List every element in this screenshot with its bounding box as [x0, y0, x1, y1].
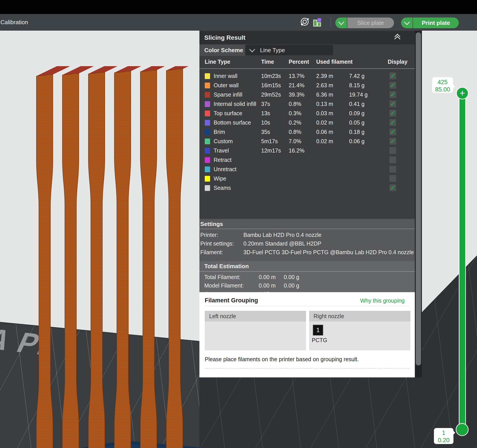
plates-layout-icon[interactable] [312, 17, 322, 27]
panel-scrollbar-thumb[interactable] [416, 32, 421, 365]
line-type-time: 12m17s [261, 147, 281, 154]
specimen-body [36, 74, 53, 448]
calibration-spiral-icon[interactable] [300, 17, 310, 27]
check-icon: ✓ [390, 82, 395, 88]
line-type-weight: 8.15 g [349, 82, 365, 88]
print-plate-button[interactable]: Print plate [413, 18, 459, 28]
line-type-time: 29m52s [261, 91, 281, 98]
bottom-layer-number: 1 [434, 429, 453, 437]
settings-divider [199, 229, 415, 229]
print-plate-dropdown-button[interactable] [401, 18, 413, 28]
line-type-percent: 0.8% [289, 101, 301, 107]
specimen-body [166, 69, 183, 448]
specimen-body [140, 70, 157, 448]
line-type-length: 2.63 m [316, 82, 333, 88]
filament-1-chip[interactable]: 1 [313, 324, 323, 336]
settings-row: Printer:Bambu Lab H2D Pro 0.4 nozzle [199, 232, 415, 240]
line-type-percent: 7.0% [289, 138, 301, 145]
display-checkbox[interactable]: ✓ [389, 91, 396, 98]
line-type-label: Inner wall [214, 73, 237, 79]
line-type-label: Brim [214, 129, 225, 135]
table-header-divider [199, 68, 415, 69]
line-type-percent: 0.3% [289, 110, 301, 117]
display-checkbox[interactable]: ✓ [389, 138, 396, 145]
top-toolbar: Calibration Slice plate Print plate [0, 14, 477, 31]
line-type-color-swatch [205, 111, 210, 116]
calibration-tab[interactable]: Calibration [0, 19, 28, 26]
estimation-row: Total Filament:0.00 m0.00 g [199, 274, 415, 282]
line-type-time: 35s [261, 129, 270, 135]
table-row: Sparse infill29m52s39.3%6.36 m19.74 g✓ [199, 90, 415, 100]
display-checkbox[interactable]: ✓ [389, 119, 396, 126]
line-type-label: Wipe [214, 175, 226, 182]
color-scheme-dropdown[interactable]: Line Type [245, 45, 333, 55]
display-checkbox[interactable] [389, 157, 396, 163]
check-icon: ✓ [390, 185, 395, 191]
line-type-label: Retract [214, 157, 232, 163]
color-scheme-label: Color Scheme [199, 44, 245, 56]
settings-label: Printer: [200, 232, 218, 238]
grouping-note: Please place filaments on the printer ba… [205, 356, 359, 363]
panel-header: Slicing Result [199, 31, 422, 44]
line-type-length: 0.06 m [316, 129, 333, 135]
line-type-time: 10m23s [261, 73, 281, 79]
chevron-down-icon [338, 19, 344, 25]
display-checkbox[interactable] [389, 147, 396, 154]
table-row: Wipe [199, 174, 415, 183]
slice-plate-dropdown-button[interactable] [335, 18, 347, 28]
display-checkbox[interactable]: ✓ [389, 73, 396, 79]
line-type-time: 13s [261, 110, 270, 117]
top-layer-number: 425 [432, 79, 453, 86]
settings-value: Bambu Lab H2D Pro 0.4 nozzle [243, 232, 322, 238]
check-icon: ✓ [390, 91, 395, 98]
table-row: Brim35s0.8%0.06 m0.18 g✓ [199, 127, 415, 137]
display-checkbox[interactable]: ✓ [389, 129, 396, 135]
filament-material-label: PCTG [312, 337, 327, 343]
why-this-grouping-link[interactable]: Why this grouping [360, 297, 405, 304]
table-row: Seams✓ [199, 183, 415, 193]
layer-slider-top-handle[interactable]: + [456, 87, 469, 100]
line-type-label: Travel [214, 147, 229, 154]
line-type-table: Line Type Time Percent Used filament Dis… [199, 56, 415, 219]
right-nozzle-box: Right nozzle 1 PCTG [309, 311, 410, 350]
display-checkbox[interactable]: ✓ [389, 110, 396, 117]
settings-row: Filament:3D-Fuel PCTG 3D-Fuel Pro PCTG @… [199, 249, 415, 258]
check-icon: ✓ [390, 129, 395, 135]
line-type-percent: 0.2% [289, 119, 301, 126]
line-type-time: 5m17s [261, 138, 278, 145]
layer-slider-track[interactable] [459, 92, 466, 431]
col-header-percent: Percent [289, 59, 309, 65]
chevron-down-icon [249, 46, 255, 52]
line-type-color-swatch [205, 129, 210, 135]
table-row: Travel12m17s16.2% [199, 146, 415, 155]
display-checkbox[interactable] [389, 175, 396, 182]
col-header-used-filament: Used filament [316, 59, 353, 65]
line-type-percent: 13.7% [289, 73, 304, 79]
col-header-display: Display [388, 59, 407, 65]
display-checkbox[interactable]: ✓ [389, 100, 396, 107]
display-checkbox[interactable]: ✓ [389, 82, 396, 88]
panel-scrollbar-track[interactable] [415, 31, 422, 377]
table-row: Internal solid infill37s0.8%0.13 m0.41 g… [199, 100, 415, 109]
line-type-color-swatch [205, 157, 210, 163]
bambu-studio-preview-window: A PI Calibration [0, 0, 477, 448]
slicing-result-panel: Slicing Result Color Scheme Line Type Li… [199, 31, 422, 377]
display-checkbox[interactable]: ✓ [389, 184, 396, 191]
specimen-body [88, 72, 105, 448]
display-checkbox[interactable] [389, 166, 396, 172]
bottom-layer-height: 0.20 [434, 437, 453, 444]
collapse-panel-icon[interactable] [394, 34, 401, 42]
table-row: Unretract [199, 165, 415, 174]
left-nozzle-header: Left nozzle [205, 311, 306, 321]
line-type-label: Bottom surface [214, 119, 251, 126]
col-header-time: Time [261, 59, 274, 65]
slice-plate-button[interactable]: Slice plate [347, 18, 394, 28]
filament-grouping-card: Filament Grouping Why this grouping Left… [199, 292, 415, 377]
line-type-time: 37s [261, 101, 270, 107]
line-type-length: 6.36 m [316, 91, 333, 98]
check-icon: ✓ [390, 119, 395, 126]
line-type-length: 0.03 m [316, 110, 333, 117]
total-estimation-title: Total Estimation [204, 263, 249, 270]
panel-title: Slicing Result [204, 34, 245, 41]
line-type-color-swatch [205, 101, 210, 107]
